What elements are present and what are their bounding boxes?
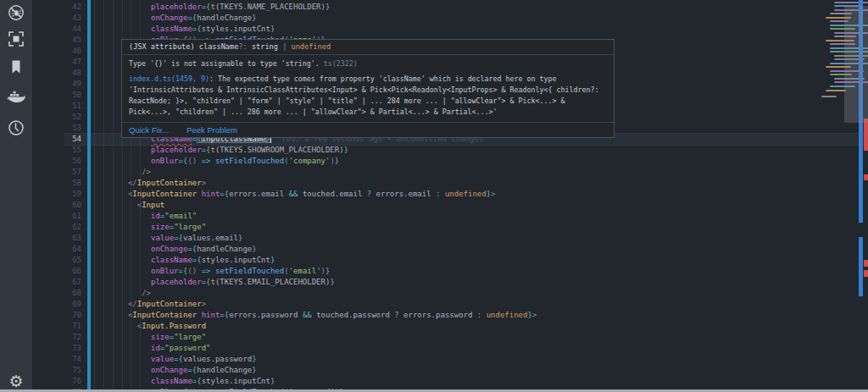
hover-error-code: ts(2322) [320, 59, 358, 68]
clock-icon[interactable] [0, 117, 32, 139]
line-number[interactable]: 44 [32, 24, 81, 35]
related-file-link[interactable]: index.d.ts(1459, 9) [129, 75, 209, 83]
line-number[interactable]: 52 [32, 112, 81, 123]
line-number[interactable]: 56 [32, 156, 81, 167]
hover-actions: Quick Fix... Peek Problem [122, 122, 614, 137]
line-number[interactable]: 59 [32, 189, 81, 200]
code-line-65[interactable]: 65className={styles.inputCnt} [32, 255, 868, 266]
code-line-60[interactable]: 60<Input [32, 200, 868, 211]
code-line-55[interactable]: 55placeholder={t(TKEYS.SHOWROOM_PLACEHOL… [32, 145, 868, 156]
ruler-error-mark [864, 174, 868, 180]
code-line-72[interactable]: 72size="large" [32, 332, 868, 343]
error-hover-tooltip: (JSX attribute) className?: string | und… [121, 39, 615, 138]
line-number[interactable]: 65 [32, 255, 81, 266]
code-line-59[interactable]: 59<InputContainer hint={errors.email && … [32, 189, 868, 200]
line-number[interactable]: 72 [32, 332, 81, 343]
ruler-error-mark [864, 119, 868, 151]
line-number[interactable]: 66 [32, 266, 81, 277]
code-line-67[interactable]: 67placeholder={t(TKEYS.EMAIL_PLACEHOLDER… [32, 277, 868, 288]
code-line-74[interactable]: 74value={values.password} [32, 354, 868, 365]
screenshot-frame-icon[interactable] [0, 28, 32, 50]
line-number[interactable]: 71 [32, 321, 81, 332]
hover-error-message: Type '{}' is not assignable to type 'str… [129, 58, 607, 69]
line-number[interactable]: 70 [32, 310, 81, 321]
line-number[interactable]: 50 [32, 90, 81, 101]
line-number[interactable]: 75 [32, 365, 81, 376]
code-line-70[interactable]: 70<InputContainer hint={errors.password … [32, 310, 868, 321]
line-number[interactable]: 76 [32, 376, 81, 387]
minimap-line [821, 96, 837, 97]
line-number[interactable]: 53 [32, 123, 81, 134]
line-number[interactable]: 74 [32, 354, 81, 365]
line-number[interactable]: 67 [32, 277, 81, 288]
bottom-edge-bar [0, 389, 868, 392]
code-line-68[interactable]: 68/> [32, 288, 868, 299]
line-number[interactable]: 63 [32, 233, 81, 244]
line-number[interactable]: 43 [32, 13, 81, 24]
code-line-62[interactable]: 62size="large" [32, 222, 868, 233]
code-line-76[interactable]: 76className={styles.inputCnt} [32, 376, 868, 387]
line-number[interactable]: 42 [32, 2, 81, 13]
line-number[interactable]: 45 [32, 35, 81, 46]
line-number[interactable]: 49 [32, 79, 81, 90]
line-number[interactable]: 54 [32, 134, 81, 145]
line-number[interactable]: 69 [32, 299, 81, 310]
code-line-58[interactable]: 58</InputContainer> [32, 178, 868, 189]
peek-problem-link[interactable]: Peek Problem [186, 125, 237, 135]
line-number[interactable]: 46 [32, 46, 81, 57]
line-number[interactable]: 62 [32, 222, 81, 233]
vscode-window: ⚙ 42placeholder={t(TKEYS.NAME_PLACEHOLDE… [0, 0, 868, 392]
code-line-44[interactable]: 44className={styles.inputCnt} [32, 24, 868, 35]
code-line-69[interactable]: 69</InputContainer> [32, 299, 868, 310]
quick-fix-link[interactable]: Quick Fix... [129, 125, 170, 135]
hover-related-info: index.d.ts(1459, 9): The expected type c… [129, 74, 607, 118]
code-line-61[interactable]: 61id="email" [32, 211, 868, 222]
editor-pane[interactable]: 42placeholder={t(TKEYS.NAME_PLACEHOLDER)… [32, 0, 868, 392]
line-number[interactable]: 73 [32, 343, 81, 354]
hover-signature: (JSX attribute) className?: string | und… [122, 40, 614, 55]
code-line-73[interactable]: 73id="password" [32, 343, 868, 354]
code-line-42[interactable]: 42placeholder={t(TKEYS.NAME_PLACEHOLDER)… [32, 2, 868, 13]
code-line-66[interactable]: 66onBlur={() => setFieldTouched('email')… [32, 266, 868, 277]
line-number[interactable]: 58 [32, 178, 81, 189]
activity-bar: ⚙ [0, 0, 32, 392]
bookmark-icon[interactable] [0, 56, 32, 78]
line-number[interactable]: 60 [32, 200, 81, 211]
line-number[interactable]: 48 [32, 68, 81, 79]
code-line-43[interactable]: 43onChange={handleChange} [32, 13, 868, 24]
gear-glyph: ⚙ [8, 373, 23, 389]
line-number[interactable]: 47 [32, 57, 81, 68]
code-line-57[interactable]: 57/> [32, 167, 868, 178]
line-number[interactable]: 51 [32, 101, 81, 112]
line-number[interactable]: 55 [32, 145, 81, 156]
ruler-modified-mark [859, 237, 863, 296]
line-number[interactable]: 57 [32, 167, 81, 178]
code-line-75[interactable]: 75onChange={handleChange} [32, 365, 868, 376]
line-number[interactable]: 61 [32, 211, 81, 222]
line-number[interactable]: 68 [32, 288, 81, 299]
ruler-error-mark [864, 260, 868, 267]
line-number[interactable]: 64 [32, 244, 81, 255]
docker-icon[interactable] [0, 86, 32, 108]
code-line-64[interactable]: 64onChange={handleChange} [32, 244, 868, 255]
code-line-63[interactable]: 63value={values.email} [32, 233, 868, 244]
bug-disabled-icon[interactable] [0, 2, 32, 24]
scrollbar-thumb[interactable] [844, 6, 868, 123]
code-line-56[interactable]: 56onBlur={() => setFieldTouched('company… [32, 156, 868, 167]
code-line-71[interactable]: 71<Input.Password [32, 321, 868, 332]
minimap-line [826, 90, 846, 91]
ruler-error-mark [864, 270, 868, 277]
